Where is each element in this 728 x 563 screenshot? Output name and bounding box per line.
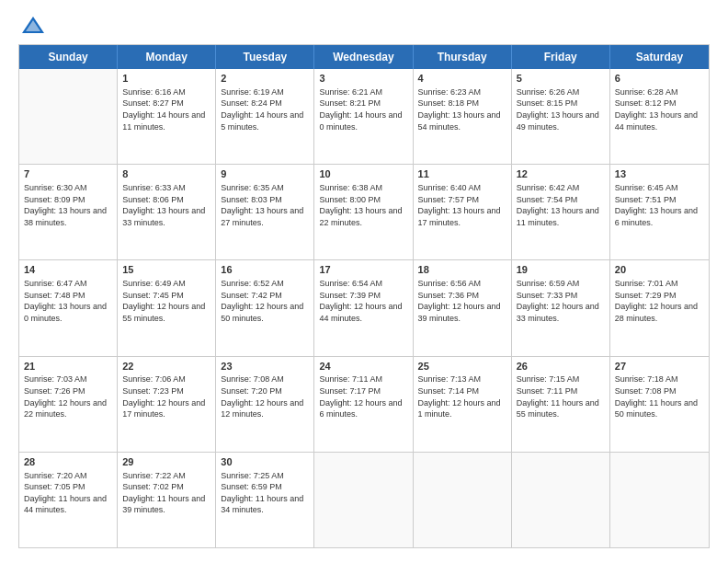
day-number: 23 xyxy=(221,360,309,373)
cal-cell: 7Sunrise: 6:30 AMSunset: 8:09 PMDaylight… xyxy=(19,165,118,259)
day-header-thursday: Thursday xyxy=(414,45,512,69)
calendar-row-4: 21Sunrise: 7:03 AMSunset: 7:26 PMDayligh… xyxy=(19,357,709,453)
day-header-saturday: Saturday xyxy=(610,45,709,69)
calendar-row-2: 7Sunrise: 6:30 AMSunset: 8:09 PMDaylight… xyxy=(19,165,709,260)
cell-info: Sunrise: 6:19 AMSunset: 8:24 PMDaylight:… xyxy=(221,86,309,132)
cal-cell: 3Sunrise: 6:21 AMSunset: 8:21 PMDaylight… xyxy=(314,69,413,164)
cell-info: Sunrise: 6:42 AMSunset: 7:54 PMDaylight:… xyxy=(517,182,605,228)
cell-info: Sunrise: 6:35 AMSunset: 8:03 PMDaylight:… xyxy=(221,182,309,228)
day-number: 3 xyxy=(319,72,407,86)
cal-cell: 16Sunrise: 6:52 AMSunset: 7:42 PMDayligh… xyxy=(216,260,314,355)
day-number: 13 xyxy=(615,167,704,181)
day-number: 19 xyxy=(517,263,605,277)
day-number: 27 xyxy=(615,360,704,373)
calendar-row-5: 28Sunrise: 7:20 AMSunset: 7:05 PMDayligh… xyxy=(19,453,709,547)
day-header-friday: Friday xyxy=(512,45,610,69)
cell-info: Sunrise: 6:28 AMSunset: 8:12 PMDaylight:… xyxy=(615,86,704,132)
cal-cell xyxy=(512,453,610,547)
cal-cell: 22Sunrise: 7:06 AMSunset: 7:23 PMDayligh… xyxy=(118,357,216,452)
day-number: 9 xyxy=(221,167,309,181)
cal-cell: 17Sunrise: 6:54 AMSunset: 7:39 PMDayligh… xyxy=(314,260,413,355)
logo-icon xyxy=(20,15,46,35)
day-number: 28 xyxy=(24,455,112,469)
cell-info: Sunrise: 6:26 AMSunset: 8:15 PMDaylight:… xyxy=(517,86,605,132)
cal-cell: 26Sunrise: 7:15 AMSunset: 7:11 PMDayligh… xyxy=(512,357,610,452)
cal-cell: 28Sunrise: 7:20 AMSunset: 7:05 PMDayligh… xyxy=(19,453,118,547)
cell-info: Sunrise: 7:22 AMSunset: 7:02 PMDaylight:… xyxy=(122,470,210,516)
cell-info: Sunrise: 6:49 AMSunset: 7:45 PMDaylight:… xyxy=(122,278,210,324)
calendar: SundayMondayTuesdayWednesdayThursdayFrid… xyxy=(18,44,710,548)
cell-info: Sunrise: 6:52 AMSunset: 7:42 PMDaylight:… xyxy=(221,278,309,324)
cal-cell: 29Sunrise: 7:22 AMSunset: 7:02 PMDayligh… xyxy=(118,453,216,547)
calendar-header: SundayMondayTuesdayWednesdayThursdayFrid… xyxy=(19,45,709,69)
cal-cell: 23Sunrise: 7:08 AMSunset: 7:20 PMDayligh… xyxy=(216,357,314,452)
calendar-body: 1Sunrise: 6:16 AMSunset: 8:27 PMDaylight… xyxy=(19,69,709,547)
day-header-monday: Monday xyxy=(118,45,216,69)
cell-info: Sunrise: 7:11 AMSunset: 7:17 PMDaylight:… xyxy=(319,373,407,419)
page-header xyxy=(18,15,710,35)
cal-cell: 19Sunrise: 6:59 AMSunset: 7:33 PMDayligh… xyxy=(512,260,610,355)
calendar-row-1: 1Sunrise: 6:16 AMSunset: 8:27 PMDaylight… xyxy=(19,69,709,165)
cell-info: Sunrise: 7:25 AMSunset: 6:59 PMDaylight:… xyxy=(221,470,309,516)
logo xyxy=(18,15,46,35)
day-number: 26 xyxy=(517,360,605,373)
cal-cell xyxy=(314,453,413,547)
cal-cell: 14Sunrise: 6:47 AMSunset: 7:48 PMDayligh… xyxy=(19,260,118,355)
cell-info: Sunrise: 6:38 AMSunset: 8:00 PMDaylight:… xyxy=(319,182,407,228)
day-number: 7 xyxy=(24,167,112,181)
calendar-row-3: 14Sunrise: 6:47 AMSunset: 7:48 PMDayligh… xyxy=(19,260,709,356)
day-number: 20 xyxy=(615,263,704,277)
cell-info: Sunrise: 6:33 AMSunset: 8:06 PMDaylight:… xyxy=(122,182,210,228)
cal-cell: 20Sunrise: 7:01 AMSunset: 7:29 PMDayligh… xyxy=(610,260,709,355)
cal-cell: 2Sunrise: 6:19 AMSunset: 8:24 PMDaylight… xyxy=(216,69,314,164)
cal-cell: 8Sunrise: 6:33 AMSunset: 8:06 PMDaylight… xyxy=(118,165,216,259)
cal-cell: 11Sunrise: 6:40 AMSunset: 7:57 PMDayligh… xyxy=(414,165,512,259)
day-number: 16 xyxy=(221,263,309,277)
day-number: 29 xyxy=(122,455,210,469)
cell-info: Sunrise: 7:20 AMSunset: 7:05 PMDaylight:… xyxy=(24,470,112,516)
cal-cell xyxy=(414,453,512,547)
day-number: 2 xyxy=(221,72,309,86)
cell-info: Sunrise: 6:30 AMSunset: 8:09 PMDaylight:… xyxy=(24,182,112,228)
cal-cell: 9Sunrise: 6:35 AMSunset: 8:03 PMDaylight… xyxy=(216,165,314,259)
cell-info: Sunrise: 7:18 AMSunset: 7:08 PMDaylight:… xyxy=(615,373,704,419)
cell-info: Sunrise: 7:06 AMSunset: 7:23 PMDaylight:… xyxy=(122,373,210,419)
cell-info: Sunrise: 6:54 AMSunset: 7:39 PMDaylight:… xyxy=(319,278,407,324)
day-number: 12 xyxy=(517,167,605,181)
day-number: 22 xyxy=(122,360,210,373)
day-header-wednesday: Wednesday xyxy=(314,45,413,69)
day-number: 18 xyxy=(418,263,506,277)
cal-cell: 27Sunrise: 7:18 AMSunset: 7:08 PMDayligh… xyxy=(610,357,709,452)
cal-cell: 4Sunrise: 6:23 AMSunset: 8:18 PMDaylight… xyxy=(414,69,512,164)
cell-info: Sunrise: 6:45 AMSunset: 7:51 PMDaylight:… xyxy=(615,182,704,228)
cal-cell: 6Sunrise: 6:28 AMSunset: 8:12 PMDaylight… xyxy=(610,69,709,164)
cell-info: Sunrise: 6:56 AMSunset: 7:36 PMDaylight:… xyxy=(418,278,506,324)
cell-info: Sunrise: 7:03 AMSunset: 7:26 PMDaylight:… xyxy=(24,373,112,419)
cell-info: Sunrise: 7:15 AMSunset: 7:11 PMDaylight:… xyxy=(517,373,605,419)
cal-cell: 12Sunrise: 6:42 AMSunset: 7:54 PMDayligh… xyxy=(512,165,610,259)
day-number: 14 xyxy=(24,263,112,277)
cal-cell: 25Sunrise: 7:13 AMSunset: 7:14 PMDayligh… xyxy=(414,357,512,452)
cell-info: Sunrise: 7:13 AMSunset: 7:14 PMDaylight:… xyxy=(418,373,506,419)
day-header-tuesday: Tuesday xyxy=(216,45,314,69)
day-number: 17 xyxy=(319,263,407,277)
day-number: 30 xyxy=(221,455,309,469)
day-number: 15 xyxy=(122,263,210,277)
cal-cell: 24Sunrise: 7:11 AMSunset: 7:17 PMDayligh… xyxy=(314,357,413,452)
cal-cell: 5Sunrise: 6:26 AMSunset: 8:15 PMDaylight… xyxy=(512,69,610,164)
day-number: 4 xyxy=(418,72,506,86)
cell-info: Sunrise: 6:21 AMSunset: 8:21 PMDaylight:… xyxy=(319,86,407,132)
day-number: 8 xyxy=(122,167,210,181)
cal-cell: 15Sunrise: 6:49 AMSunset: 7:45 PMDayligh… xyxy=(118,260,216,355)
cal-cell: 18Sunrise: 6:56 AMSunset: 7:36 PMDayligh… xyxy=(414,260,512,355)
cal-cell: 10Sunrise: 6:38 AMSunset: 8:00 PMDayligh… xyxy=(314,165,413,259)
cal-cell xyxy=(19,69,118,164)
day-number: 25 xyxy=(418,360,506,373)
day-header-sunday: Sunday xyxy=(19,45,118,69)
cal-cell: 21Sunrise: 7:03 AMSunset: 7:26 PMDayligh… xyxy=(19,357,118,452)
cal-cell xyxy=(610,453,709,547)
cell-info: Sunrise: 6:59 AMSunset: 7:33 PMDaylight:… xyxy=(517,278,605,324)
cell-info: Sunrise: 7:08 AMSunset: 7:20 PMDaylight:… xyxy=(221,373,309,419)
day-number: 11 xyxy=(418,167,506,181)
day-number: 1 xyxy=(122,72,210,86)
